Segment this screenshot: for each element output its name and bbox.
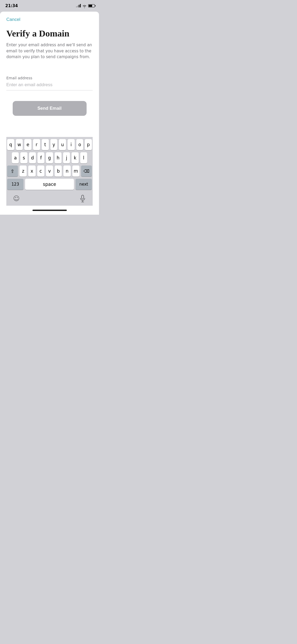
key-w[interactable]: w (16, 139, 23, 150)
key-q[interactable]: q (7, 139, 14, 150)
key-m[interactable]: m (72, 165, 79, 177)
status-time: 21:34 (5, 3, 18, 8)
key-z[interactable]: z (20, 165, 27, 177)
cancel-button[interactable]: Cancel (6, 17, 93, 22)
key-f[interactable]: f (37, 152, 44, 163)
send-email-button[interactable]: Send Email (13, 101, 87, 116)
modal-sheet: Cancel Verify a Domain Enter your email … (0, 12, 99, 215)
emoji-button[interactable]: ☺ (11, 194, 21, 204)
key-e[interactable]: e (24, 139, 31, 150)
home-indicator (6, 206, 93, 215)
key-l[interactable]: l (80, 152, 87, 163)
svg-rect-0 (82, 195, 84, 199)
keyboard-row-1: q w e r t y u i o p (7, 139, 92, 150)
page-description: Enter your email address and we'll send … (6, 42, 93, 60)
key-t[interactable]: t (42, 139, 49, 150)
microphone-button[interactable] (78, 194, 88, 204)
num-key[interactable]: 123 (7, 179, 23, 190)
key-r[interactable]: r (33, 139, 40, 150)
key-p[interactable]: p (85, 139, 92, 150)
keyboard-row-2: a s d f g h j k l (7, 152, 92, 163)
key-d[interactable]: d (29, 152, 36, 163)
space-key[interactable]: space (25, 179, 74, 190)
delete-key[interactable]: ⌫ (81, 165, 92, 177)
email-field-label: Email address (6, 76, 93, 80)
status-icons (76, 4, 95, 7)
wifi-icon (82, 4, 87, 7)
status-bar: 21:34 (0, 0, 99, 12)
key-g[interactable]: g (46, 152, 53, 163)
key-a[interactable]: a (12, 152, 19, 163)
key-o[interactable]: o (76, 139, 83, 150)
key-b[interactable]: b (55, 165, 62, 177)
next-key[interactable]: next (76, 179, 92, 190)
key-k[interactable]: k (72, 152, 78, 163)
signal-icon (76, 4, 81, 7)
keyboard-bottom-row: ☺ (7, 192, 92, 206)
key-n[interactable]: n (63, 165, 70, 177)
email-input[interactable] (6, 82, 93, 90)
key-x[interactable]: x (28, 165, 35, 177)
home-bar (32, 210, 67, 211)
key-s[interactable]: s (20, 152, 27, 163)
page-title: Verify a Domain (6, 29, 93, 38)
key-i[interactable]: i (68, 139, 75, 150)
key-y[interactable]: y (50, 139, 58, 150)
key-c[interactable]: c (37, 165, 44, 177)
battery-icon (88, 4, 95, 7)
key-j[interactable]: j (63, 152, 70, 163)
key-v[interactable]: v (46, 165, 53, 177)
keyboard-row-3: ⇧ z x c v b n m ⌫ (7, 165, 92, 177)
key-u[interactable]: u (59, 139, 66, 150)
email-form-section: Email address (6, 76, 93, 90)
shift-key[interactable]: ⇧ (7, 165, 18, 177)
key-h[interactable]: h (55, 152, 62, 163)
keyboard: q w e r t y u i o p a s d f g h j k l ⇧ … (6, 137, 93, 206)
keyboard-row-4: 123 space next (7, 179, 92, 190)
